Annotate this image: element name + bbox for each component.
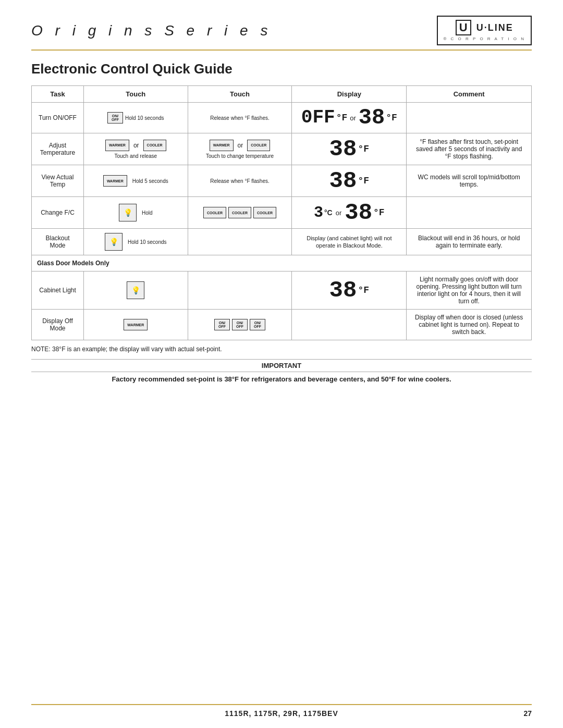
footer-models: 1115R, 1175R, 29R, 1175BEV (225, 709, 338, 718)
page: O r i g i n s S e r i e s U U·LINE ® C O… (0, 0, 563, 728)
display-cell-onoff: 0FF °F or 38 °F (292, 103, 407, 133)
onoff-button3-displayoff[interactable]: ON/ OFF (250, 319, 265, 330)
table-row: Cabinet Light 💡 38 °F Light normally goe… (32, 272, 532, 310)
touch2-cell-blackout (188, 229, 292, 255)
header-title: O r i g i n s S e r i e s (31, 22, 272, 39)
touch1-note-blackout: Hold 10 seconds (128, 239, 167, 245)
display-blackout-text: Display (and cabinet light) will not ope… (307, 235, 391, 249)
logo-sub: ® C O R P O R A T I O N (443, 36, 525, 41)
light-button-changefc[interactable]: 💡 (119, 204, 137, 221)
or-text-onoff: or (350, 114, 356, 122)
task-cell-displayoff: Display OffMode (32, 310, 84, 340)
comment-cell-viewtemp: WC models will scroll top/mid/bottom tem… (407, 165, 532, 197)
touch2-cell-viewtemp: Release when °F flashes. (188, 165, 292, 197)
col-header-comment: Comment (407, 86, 532, 103)
touch1-note-changefc: Hold (142, 210, 153, 216)
touch1-note-adjust: Touch and release (89, 153, 182, 159)
header: O r i g i n s S e r i e s U U·LINE ® C O… (31, 16, 532, 51)
comment-cell-blackout: Blackout will end in 36 hours, or hold a… (407, 229, 532, 255)
comment-cell-adjust: °F flashes after first touch, set-point … (407, 133, 532, 165)
num-display-onoff: 38 (359, 107, 385, 129)
warmer-button-adjust-t2[interactable]: WARMER (210, 140, 234, 151)
task-cell-viewtemp: View ActualTemp (32, 165, 84, 197)
onoff-button[interactable]: ON/ OFF (107, 112, 123, 124)
important-label: IMPORTANT (31, 359, 532, 372)
display-onoff: 0FF °F or 38 °F (301, 107, 397, 129)
touch2-cell-displayoff: ON/ OFF ON/ OFF ON/ OFF (188, 310, 292, 340)
touch1-cell-cabinetlight: 💡 (83, 272, 188, 310)
display-cell-changefc: 3 °C or 38 °F (292, 197, 407, 229)
cooler-button-adjust-t1[interactable]: COOLER (143, 140, 166, 151)
onoff-button2-displayoff[interactable]: ON/ OFF (232, 319, 248, 330)
num-adjust: 38 (329, 138, 357, 161)
task-cell-blackout: BlackoutMode (32, 229, 84, 255)
f-sup-viewtemp: °F (358, 176, 369, 186)
light-button-blackout[interactable]: 💡 (105, 233, 123, 251)
logo-top: U U·LINE (456, 20, 513, 35)
cooler-button1-changefc[interactable]: COOLER (203, 207, 226, 218)
num-cabinetlight: 38 (329, 279, 357, 302)
main-table: Task Touch Touch Display Comment Turn ON… (31, 85, 532, 340)
col-header-touch2: Touch (188, 86, 292, 103)
task-cell-onoff: Turn ON/OFF (32, 103, 84, 133)
comment-cell-changefc (407, 197, 532, 229)
display-viewtemp: 38 °F (329, 169, 369, 192)
table-row: Change F/C 💡 Hold COOLER COOLER COOLER (32, 197, 532, 229)
touch2-note-adjust: Touch to change temperature (193, 153, 287, 159)
display-cell-blackout: Display (and cabinet light) will not ope… (292, 229, 407, 255)
warmer-button-displayoff[interactable]: WARMER (124, 319, 148, 330)
cooler-button-adjust-t2[interactable]: COOLER (247, 140, 270, 151)
f-sup-adjust: °F (358, 144, 369, 154)
comment-cell-onoff (407, 103, 532, 133)
display-changefc: 3 °C or 38 °F (314, 201, 385, 224)
logo-box: U U·LINE ® C O R P O R A T I O N (437, 16, 532, 45)
f-sup2-onoff: °F (386, 113, 397, 123)
table-row: Turn ON/OFF ON/ OFF Hold 10 seconds Rele… (32, 103, 532, 133)
important-section: IMPORTANT Factory recommended set-point … (31, 359, 532, 383)
task-cell-cabinetlight: Cabinet Light (32, 272, 84, 310)
footer-page: 27 (523, 709, 532, 718)
important-text: Factory recommended set-point is 38°F fo… (31, 375, 532, 383)
touch2-cell-onoff: Release when °F flashes. (188, 103, 292, 133)
off-display: 0FF (301, 108, 335, 127)
warmer-button-adjust-t1[interactable]: WARMER (105, 140, 129, 151)
touch2-cell-adjust: WARMER or COOLER Touch to change tempera… (188, 133, 292, 165)
touch1-note-viewtemp: Hold 5 seconds (132, 178, 168, 184)
col-header-display: Display (292, 86, 407, 103)
display-cell-cabinetlight: 38 °F (292, 272, 407, 310)
f-sup-changefc: °F (373, 207, 385, 218)
touch2-cell-changefc: COOLER COOLER COOLER (188, 197, 292, 229)
table-row: AdjustTemperature WARMER or COOLER Touch… (32, 133, 532, 165)
num-c-changefc: 3 (314, 204, 323, 221)
page-title: Electronic Control Quick Guide (31, 61, 532, 77)
cooler-button2-changefc[interactable]: COOLER (228, 207, 251, 218)
table-row: Display OffMode WARMER ON/ OFF ON/ (32, 310, 532, 340)
note-text: NOTE: 38°F is an example; the display wi… (31, 346, 532, 353)
touch1-cell-changefc: 💡 Hold (83, 197, 188, 229)
col-header-touch1: Touch (83, 86, 188, 103)
col-header-task: Task (32, 86, 84, 103)
touch1-cell-viewtemp: WARMER Hold 5 seconds (83, 165, 188, 197)
touch1-cell-blackout: 💡 Hold 10 seconds (83, 229, 188, 255)
touch1-cell-onoff: ON/ OFF Hold 10 seconds (83, 103, 188, 133)
logo-u-icon: U (456, 20, 471, 35)
display-cabinetlight: 38 °F (329, 279, 369, 302)
comment-cell-displayoff: Display off when door is closed (unless … (407, 310, 532, 340)
onoff-button1-displayoff[interactable]: ON/ OFF (214, 319, 230, 330)
glass-door-header: Glass Door Models Only (32, 255, 532, 272)
display-cell-adjust: 38 °F (292, 133, 407, 165)
logo-uline: U·LINE (476, 22, 513, 33)
touch1-cell-adjust: WARMER or COOLER Touch and release (83, 133, 188, 165)
display-adjust: 38 °F (329, 138, 369, 161)
touch1-cell-displayoff: WARMER (83, 310, 188, 340)
or-text-changefc: or (336, 209, 342, 217)
task-cell-adjust: AdjustTemperature (32, 133, 84, 165)
f-sup-cabinetlight: °F (358, 285, 369, 295)
comment-cell-cabinetlight: Light normally goes on/off with door ope… (407, 272, 532, 310)
or-text-adjust-t1: or (133, 142, 139, 149)
f-sup-onoff: °F (336, 113, 348, 123)
cooler-button3-changefc[interactable]: COOLER (253, 207, 276, 218)
light-button-cabinetlight[interactable]: 💡 (127, 281, 144, 299)
warmer-button-viewtemp[interactable]: WARMER (103, 175, 127, 187)
display-cell-displayoff (292, 310, 407, 340)
